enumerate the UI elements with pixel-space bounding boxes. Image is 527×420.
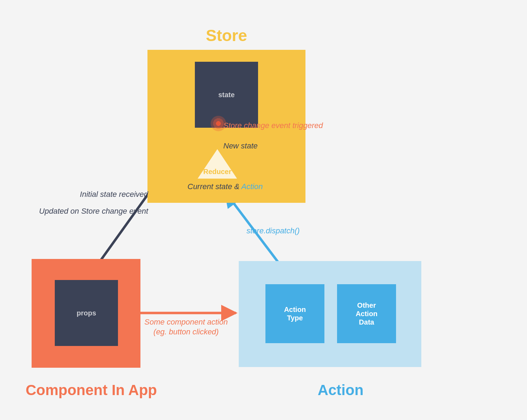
label-initial-state-received: Initial state received [57, 189, 148, 199]
label-action-word: Action [241, 182, 263, 191]
label-store-dispatch: store.dispatch() [246, 226, 300, 236]
label-new-state: New state [223, 141, 258, 151]
label-some-component-action: Some component action (eg. button clicke… [137, 317, 235, 336]
store-title: Store [147, 26, 305, 45]
state-box: state [195, 62, 258, 128]
component-title: Component In App [21, 382, 162, 399]
diagram-stage: Store state Reducer props Component In A… [0, 0, 527, 420]
other-action-data-box: OtherActionData [337, 284, 396, 343]
reducer-label: Reducer [198, 168, 237, 176]
action-type-box: ActionType [265, 284, 324, 343]
action-title: Action [270, 382, 411, 399]
label-store-change-event-triggered: Store change event triggered [223, 121, 323, 131]
label-updated-on-store-change: Updated on Store change event [30, 206, 148, 216]
label-current-state-and-action: Current state & Action [187, 182, 263, 192]
props-box: props [55, 280, 118, 346]
label-current-state-text: Current state & [187, 182, 241, 191]
